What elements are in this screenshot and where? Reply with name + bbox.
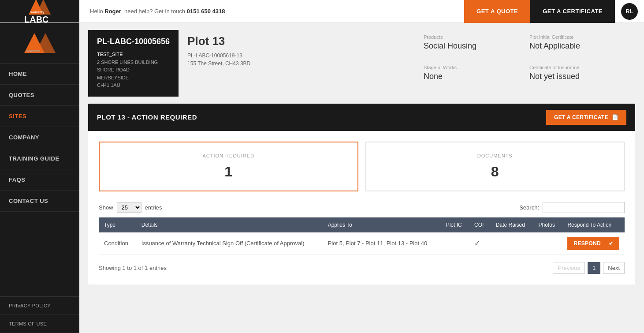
plot-title: Plot 13 — [187, 34, 415, 48]
stat-label-docs: DOCUMENTS — [377, 153, 614, 158]
coi-value: Not yet issued — [529, 72, 618, 81]
stage-label: Stage of Works — [424, 65, 512, 70]
top-bar-logo-area: warranty LABC LABC — [0, 0, 79, 22]
cell-type: Condition — [99, 232, 136, 255]
products-value: Social Housing — [424, 41, 512, 51]
cell-details: Issuance of Warranty Technical Sign Off … — [136, 232, 323, 255]
cell-plot-ic — [441, 232, 469, 255]
next-button[interactable]: Next — [603, 262, 625, 274]
stat-value-docs: 8 — [377, 164, 614, 180]
greeting-text: Hello Roger, need help? Get in touch 015… — [79, 8, 464, 15]
plot-id: PL-LABC-10005656 — [97, 37, 170, 46]
respond-button[interactable]: RESPOND ✔ — [567, 237, 619, 250]
col-type: Type — [99, 217, 136, 232]
svg-text:warranty: warranty — [30, 10, 45, 14]
sidebar-item-home[interactable]: HOME — [0, 64, 79, 85]
search-area: Search: — [519, 202, 625, 213]
logo: warranty LABC LABC — [24, 0, 55, 23]
file-icon: 📄 — [612, 114, 618, 120]
avatar[interactable]: RL — [621, 3, 638, 20]
entries-label: entries — [145, 204, 162, 211]
action-header: PLOT 13 - ACTION REQUIRED GET A CERTIFIC… — [88, 104, 635, 131]
col-respond: Respond To Action — [562, 217, 625, 232]
svg-text:LABC: LABC — [24, 15, 49, 23]
sidebar-item-quotes[interactable]: QUOTES — [0, 85, 79, 106]
stage-value: None — [424, 72, 512, 81]
plot-ic-value: Not Applicable — [529, 41, 618, 51]
sidebar-item-sites[interactable]: SITES — [0, 106, 79, 127]
table-row: Condition Issuance of Warranty Technical… — [99, 232, 625, 255]
respond-label: RESPOND — [573, 240, 600, 247]
meta-certificates: Plot Initial Certificate Not Applicable … — [529, 34, 618, 92]
logo-icon: warranty LABC — [29, 0, 51, 15]
site-name: TEST_SITE — [97, 51, 170, 59]
cell-date-raised — [491, 232, 533, 255]
get-quote-button[interactable]: GET A QUOTE — [464, 0, 530, 23]
action-section: PLOT 13 - ACTION REQUIRED GET A CERTIFIC… — [88, 104, 635, 284]
plot-address-2: SHORE ROAD — [97, 66, 170, 74]
sidebar-item-terms[interactable]: TERMS OF USE — [0, 315, 79, 333]
content-area: PL-LABC-10005656 TEST_SITE 2 SHORE LINES… — [79, 23, 644, 333]
stat-card-action-required: ACTION REQUIRED 1 — [99, 142, 358, 191]
previous-button[interactable]: Previous — [553, 262, 585, 274]
stat-value-action: 1 — [110, 164, 347, 180]
col-plot-ic: Plot IC — [441, 217, 469, 232]
respond-check-icon: ✔ — [609, 240, 613, 247]
plot-address: 155 The Street, CH43 3BD — [187, 60, 415, 67]
plot-meta: Products Social Housing Stage of Works N… — [424, 30, 635, 97]
plot-address-3: MERSEYSIDE — [97, 74, 170, 82]
coi-label: Certificate of Insurance — [529, 65, 618, 70]
col-details: Details — [136, 217, 323, 232]
get-certificate-top-button[interactable]: GET A CERTIFICATE — [530, 0, 615, 23]
pagination-controls: Previous 1 Next — [553, 262, 625, 274]
show-entries-control: Show 25 10 50 100 entries — [99, 202, 162, 213]
username: Roger — [104, 8, 121, 15]
stat-cards: ACTION REQUIRED 1 DOCUMENTS 8 — [99, 142, 625, 191]
stat-label-action: ACTION REQUIRED — [110, 153, 347, 158]
svg-text:warranty: warranty — [26, 49, 40, 53]
sidebar-item-training[interactable]: TRAINING GUIDE — [0, 148, 79, 169]
plot-info: Plot 13 PL-LABC-10005619-13 155 The Stre… — [187, 30, 415, 97]
entries-select[interactable]: 25 10 50 100 — [117, 202, 141, 213]
phone-number: 0151 650 4318 — [187, 8, 225, 15]
labc-text: LABC — [24, 15, 55, 23]
plot-address-4: CH41 1AU — [97, 82, 170, 90]
top-bar-actions: GET A QUOTE GET A CERTIFICATE RL — [464, 0, 644, 22]
action-title: PLOT 13 - ACTION REQUIRED — [97, 113, 197, 121]
sidebar-nav: HOME QUOTES SITES COMPANY TRAINING GUIDE… — [0, 64, 79, 296]
search-input[interactable] — [543, 202, 625, 213]
plot-address-1: 2 SHORE LINES BUILDING — [97, 59, 170, 67]
col-date-raised: Date Raised — [491, 217, 533, 232]
top-bar: warranty LABC LABC Hello Roger, need hel… — [0, 0, 644, 23]
table-header-row: Type Details Applies To Plot IC COI Date… — [99, 217, 625, 232]
sidebar-item-company[interactable]: COMPANY — [0, 127, 79, 148]
show-label: Show — [99, 204, 113, 211]
action-body: ACTION REQUIRED 1 DOCUMENTS 8 Show 25 1 — [88, 131, 635, 284]
data-table: Type Details Applies To Plot IC COI Date… — [99, 217, 625, 255]
plot-card: PL-LABC-10005656 TEST_SITE 2 SHORE LINES… — [88, 30, 179, 97]
col-photos: Photos — [533, 217, 562, 232]
cell-coi: ✓ — [469, 232, 491, 255]
sidebar-logo: warranty LABC warranty — [0, 23, 79, 64]
cell-applies-to: Plot 5, Plot 7 - Plot 11, Plot 13 - Plot… — [323, 232, 441, 255]
search-label: Search: — [519, 204, 539, 211]
page-1-button[interactable]: 1 — [588, 262, 600, 274]
products-label: Products — [424, 34, 512, 40]
plot-header: PL-LABC-10005656 TEST_SITE 2 SHORE LINES… — [79, 23, 644, 104]
plot-details: TEST_SITE 2 SHORE LINES BUILDING SHORE R… — [97, 51, 170, 90]
sidebar-footer: PRIVACY POLICY TERMS OF USE — [0, 296, 79, 333]
get-certificate-button[interactable]: GET A CERTIFICATE 📄 — [546, 110, 626, 125]
cell-respond[interactable]: RESPOND ✔ — [562, 232, 625, 255]
pagination-row: Showing 1 to 1 of 1 entries Previous 1 N… — [99, 262, 625, 274]
sidebar-item-contact[interactable]: CONTACT US — [0, 191, 79, 212]
col-applies-to: Applies To — [323, 217, 441, 232]
meta-products: Products Social Housing Stage of Works N… — [424, 34, 512, 92]
sidebar-item-faqs[interactable]: FAQS — [0, 169, 79, 191]
plot-ref: PL-LABC-10005619-13 — [187, 52, 415, 59]
get-cert-label: GET A CERTIFICATE — [554, 114, 608, 120]
table-controls: Show 25 10 50 100 entries Search: — [99, 202, 625, 213]
coi-checkmark: ✓ — [474, 239, 480, 247]
sidebar-item-privacy[interactable]: PRIVACY POLICY — [0, 297, 79, 315]
stat-card-documents: DOCUMENTS 8 — [365, 142, 625, 191]
main-layout: warranty LABC warranty HOME QUOTES SITES… — [0, 23, 644, 333]
